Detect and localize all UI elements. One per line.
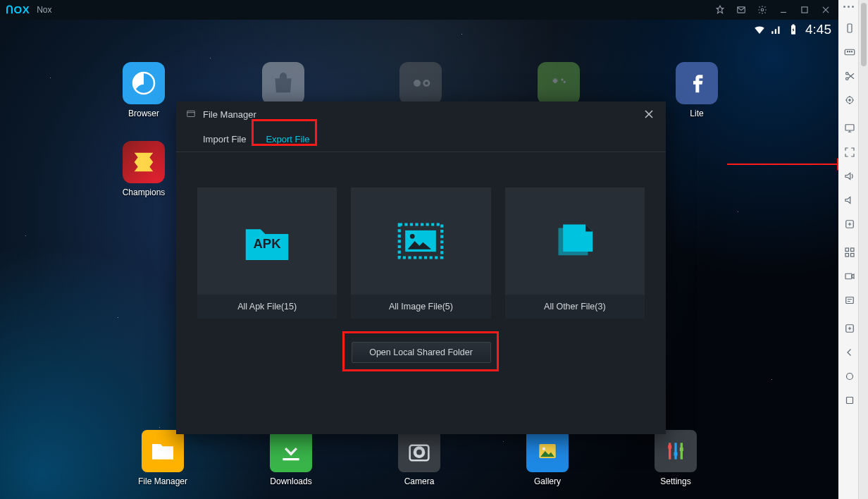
maximize-icon[interactable] bbox=[798, 3, 812, 17]
card-image[interactable]: All Image File(5) bbox=[351, 187, 490, 319]
svg-point-13 bbox=[561, 78, 563, 80]
multi-instance-icon[interactable] bbox=[840, 242, 860, 262]
svg-rect-24 bbox=[674, 452, 678, 456]
dialog-tabs: Import File Export File bbox=[176, 127, 666, 152]
svg-rect-49 bbox=[845, 273, 852, 279]
emulator-sidebar bbox=[838, 0, 868, 499]
card-other[interactable]: All Other File(3) bbox=[505, 187, 645, 319]
scissors-icon[interactable] bbox=[840, 66, 860, 86]
svg-point-19 bbox=[542, 448, 545, 450]
svg-rect-50 bbox=[846, 297, 854, 304]
keyboard-icon[interactable] bbox=[840, 42, 860, 62]
dock-icon-settings[interactable]: Settings bbox=[647, 430, 704, 486]
dock-icon-camera[interactable]: Camera bbox=[391, 430, 447, 486]
battery-icon bbox=[787, 23, 800, 36]
desktop-icon-champions[interactable]: Champions bbox=[116, 141, 172, 197]
svg-rect-46 bbox=[851, 248, 855, 252]
volume-down-icon[interactable] bbox=[840, 190, 860, 210]
volume-up-icon[interactable] bbox=[840, 166, 860, 186]
recents-icon[interactable] bbox=[840, 390, 860, 410]
more-icon[interactable] bbox=[843, 6, 854, 8]
image-icon bbox=[351, 187, 490, 295]
svg-rect-7 bbox=[793, 25, 795, 26]
pin-icon[interactable] bbox=[713, 3, 727, 17]
logo: ՈOX bbox=[6, 4, 30, 16]
desktop-icon-browser[interactable]: Browser bbox=[116, 62, 172, 118]
scrollbar[interactable] bbox=[858, 0, 868, 499]
card-apk[interactable]: APK All Apk File(15) bbox=[197, 187, 337, 319]
dock: File Manager Downloads Camera Gallery Se… bbox=[0, 430, 838, 486]
fullscreen-icon[interactable] bbox=[840, 142, 860, 162]
dialog-title: File Manager bbox=[203, 109, 256, 120]
svg-rect-25 bbox=[680, 448, 683, 451]
dialog-close-icon[interactable] bbox=[642, 107, 656, 121]
svg-rect-26 bbox=[187, 111, 195, 116]
home-icon[interactable] bbox=[840, 366, 860, 386]
file-icon bbox=[505, 187, 645, 295]
file-manager-dialog: File Manager Import File Export File APK… bbox=[176, 101, 666, 434]
dock-icon-gallery[interactable]: Gallery bbox=[519, 430, 576, 486]
minimize-icon[interactable] bbox=[776, 3, 790, 17]
android-viewport: 4:45 Browser Lite Champions File bbox=[0, 20, 838, 499]
tab-export[interactable]: Export File bbox=[256, 127, 319, 152]
card-image-label: All Image File(5) bbox=[351, 295, 490, 319]
svg-point-33 bbox=[410, 234, 415, 239]
svg-rect-45 bbox=[845, 248, 849, 252]
card-other-label: All Other File(3) bbox=[505, 295, 645, 319]
dock-icon-downloads[interactable]: Downloads bbox=[263, 430, 319, 486]
clock: 4:45 bbox=[805, 22, 831, 37]
apk-icon: APK bbox=[197, 187, 337, 295]
wifi-icon bbox=[753, 23, 766, 36]
svg-point-38 bbox=[851, 51, 852, 52]
open-shared-folder-button[interactable]: Open Local Shared Folder bbox=[352, 342, 491, 363]
record-icon[interactable] bbox=[840, 266, 860, 286]
svg-point-1 bbox=[761, 8, 764, 11]
apk-install-icon[interactable] bbox=[840, 214, 860, 234]
svg-point-10 bbox=[424, 80, 429, 85]
svg-rect-47 bbox=[845, 254, 849, 257]
svg-point-37 bbox=[849, 51, 850, 52]
card-apk-label: All Apk File(15) bbox=[197, 295, 337, 319]
export-cards: APK All Apk File(15) All Image File(5) A… bbox=[176, 152, 666, 319]
svg-point-42 bbox=[849, 99, 850, 101]
svg-rect-3 bbox=[802, 7, 807, 13]
svg-point-36 bbox=[847, 51, 848, 52]
dock-icon-filemanager[interactable]: File Manager bbox=[135, 430, 191, 486]
dialog-header: File Manager bbox=[176, 101, 666, 127]
svg-rect-53 bbox=[847, 398, 853, 404]
svg-text:APK: APK bbox=[254, 236, 282, 251]
svg-rect-48 bbox=[851, 254, 855, 257]
svg-rect-23 bbox=[668, 445, 671, 449]
signal-icon bbox=[770, 23, 783, 36]
shake-icon[interactable] bbox=[840, 18, 860, 38]
svg-rect-12 bbox=[554, 78, 556, 83]
titlebar: ՈOX Nox bbox=[0, 0, 838, 20]
macro-icon[interactable] bbox=[840, 290, 860, 310]
svg-point-16 bbox=[416, 450, 422, 455]
app-name: Nox bbox=[37, 5, 51, 15]
svg-point-14 bbox=[564, 81, 566, 83]
close-icon[interactable] bbox=[819, 3, 833, 17]
tab-import[interactable]: Import File bbox=[193, 127, 256, 152]
mail-icon[interactable] bbox=[734, 3, 748, 17]
my-computer-icon[interactable] bbox=[840, 118, 860, 138]
status-bar: 4:45 bbox=[0, 20, 838, 39]
add-icon[interactable] bbox=[840, 319, 860, 338]
svg-point-52 bbox=[847, 374, 853, 380]
desktop-icon-lite[interactable]: Lite bbox=[669, 62, 725, 118]
svg-point-9 bbox=[414, 80, 421, 87]
svg-rect-43 bbox=[845, 125, 854, 130]
svg-rect-34 bbox=[848, 24, 852, 32]
gear-icon[interactable] bbox=[755, 3, 769, 17]
window-icon bbox=[186, 109, 196, 119]
back-icon[interactable] bbox=[840, 343, 860, 362]
location-icon[interactable] bbox=[840, 90, 860, 110]
